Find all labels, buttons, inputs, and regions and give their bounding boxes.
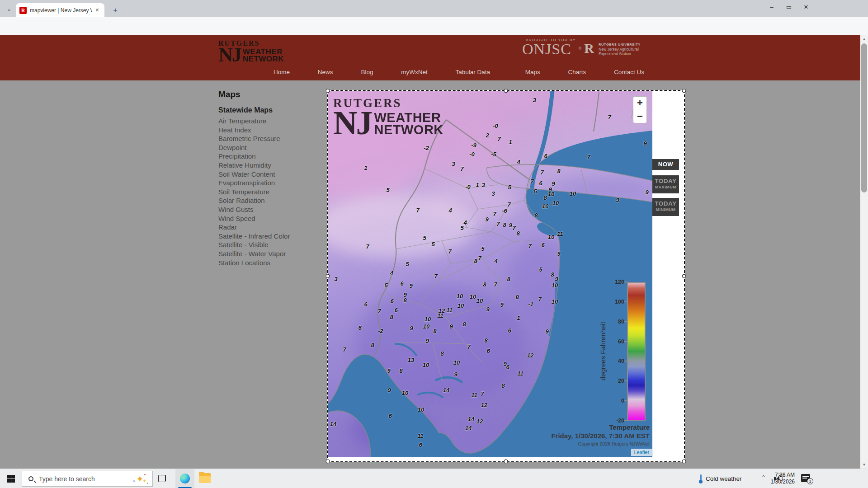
minimize-button[interactable]: – bbox=[763, 0, 780, 15]
new-tab-button[interactable]: + bbox=[110, 5, 121, 16]
watermark-weather: WEATHER bbox=[374, 112, 443, 124]
station-temp-label: 14 bbox=[465, 425, 472, 432]
file-explorer-button[interactable] bbox=[199, 473, 211, 483]
station-temp-label: 7 bbox=[377, 308, 381, 314]
task-view-icon[interactable] bbox=[158, 475, 165, 482]
sidebar-link-heat-index[interactable]: Heat Index bbox=[218, 126, 322, 135]
station-temp-label: 5 bbox=[406, 261, 409, 267]
sidebar-link-wind-gusts[interactable]: Wind Gusts bbox=[218, 205, 322, 214]
station-temp-label: 4 bbox=[517, 159, 520, 165]
station-temp-label: 1 bbox=[476, 182, 479, 188]
scroll-up-icon[interactable]: ▲ bbox=[860, 35, 868, 43]
leaflet-attribution-link[interactable]: Leaflet bbox=[631, 449, 652, 456]
sidebar-link-satellite-water-vapor[interactable]: Satellite - Water Vapor bbox=[218, 249, 322, 258]
resize-handle-bottom-right[interactable] bbox=[682, 460, 686, 464]
nav-item-mywxnet[interactable]: myWxNet bbox=[401, 69, 428, 75]
station-temp-label: 5 bbox=[431, 241, 434, 248]
station-temp-label: 7 bbox=[467, 343, 470, 350]
sidebar-link-soil-temperature[interactable]: Soil Temperature bbox=[218, 188, 322, 197]
zoom-in-button[interactable]: + bbox=[633, 97, 646, 110]
station-temp-label: 4 bbox=[463, 219, 467, 226]
sidebar-link-satellite-infrared-color[interactable]: Satellite - Infrared Color bbox=[218, 232, 322, 241]
resize-handle-bottom-left[interactable] bbox=[326, 460, 330, 464]
sidebar-link-air-temperature[interactable]: Air Temperature bbox=[218, 117, 322, 126]
sidebar-link-radar[interactable]: Radar bbox=[218, 223, 322, 232]
nav-item-news[interactable]: News bbox=[318, 69, 333, 75]
today-maximum-button[interactable]: TODAYMAXIMUM bbox=[652, 175, 679, 193]
resize-handle-top-right[interactable] bbox=[682, 89, 686, 93]
station-temp-label: 8 bbox=[403, 297, 406, 304]
resize-handle-top-left[interactable] bbox=[326, 89, 330, 93]
search-icon bbox=[28, 476, 33, 481]
start-button-icon[interactable] bbox=[7, 475, 15, 483]
sidebar-link-station-locations[interactable]: Station Locations bbox=[218, 258, 322, 267]
nav-item-home[interactable]: Home bbox=[274, 69, 290, 75]
station-temp-label: 6 bbox=[486, 347, 490, 354]
edge-taskbar-button[interactable] bbox=[175, 469, 194, 488]
colorbar-tick-mark bbox=[624, 282, 627, 282]
sidebar-link-relative-humidity[interactable]: Relative Humidity bbox=[218, 161, 322, 170]
station-temp-label: 6 bbox=[541, 242, 544, 249]
tab-close-icon[interactable]: ✕ bbox=[94, 7, 101, 13]
resize-handle-top-mid[interactable] bbox=[504, 89, 508, 93]
now-button[interactable]: NOW bbox=[652, 159, 679, 170]
windows-taskbar: Type here to search ✦✦ Cold weather ⌃ 7:… bbox=[0, 469, 868, 488]
colorbar-tick-mark bbox=[624, 380, 627, 381]
station-temp-label: 1 bbox=[509, 139, 512, 145]
nav-item-contact-us[interactable]: Contact Us bbox=[614, 69, 644, 75]
page-scrollbar[interactable]: ▲ ▼ bbox=[860, 35, 868, 469]
sidebar-link-solar-radiation[interactable]: Solar Radiation bbox=[218, 196, 322, 205]
station-temp-label: 7 bbox=[481, 390, 484, 397]
station-temp-label: 8 bbox=[551, 271, 554, 278]
maximize-button[interactable]: ▭ bbox=[780, 0, 797, 15]
scrollbar-thumb[interactable] bbox=[861, 43, 867, 192]
sidebar-link-evapotranspiration[interactable]: Evapotranspiration bbox=[218, 178, 322, 188]
station-temp-label: 8 bbox=[543, 194, 547, 201]
nav-item-blog[interactable]: Blog bbox=[361, 69, 373, 75]
zoom-out-button[interactable]: − bbox=[633, 110, 646, 123]
station-temp-label: -2 bbox=[378, 328, 383, 334]
dropdown-caret-icon: ▼ bbox=[493, 70, 497, 75]
station-temp-label: 4 bbox=[494, 258, 497, 264]
station-temp-label: 6 bbox=[394, 307, 397, 314]
onjsc-sponsor-block[interactable]: BROUGHT TO YOU BY ONJSC ® R RUTGERS UNIV… bbox=[522, 38, 641, 56]
nav-item-tabular-data[interactable]: Tabular Data▼ bbox=[456, 69, 497, 75]
leaflet-map[interactable]: -22-9-0371-0135744595577587537-071-54679… bbox=[328, 91, 652, 457]
sidebar-link-soil-water-content[interactable]: Soil Water Content bbox=[218, 170, 322, 179]
station-temp-label: 6 bbox=[388, 413, 392, 419]
station-temp-label: 13 bbox=[408, 357, 414, 363]
resize-handle-mid-left[interactable] bbox=[326, 274, 330, 278]
njwxnet-logo[interactable]: RUTGERS NJ WEATHER NETWORK bbox=[218, 39, 284, 63]
colorbar-tick-label: 120 bbox=[599, 279, 624, 285]
scroll-down-icon[interactable]: ▼ bbox=[860, 461, 868, 469]
rutgers-r-logo: R bbox=[584, 42, 594, 55]
station-temp-label: -1 bbox=[528, 301, 533, 308]
window-controls: – ▭ ✕ bbox=[763, 0, 815, 15]
taskbar-search-box[interactable]: Type here to search ✦✦ bbox=[22, 471, 153, 487]
today-minimum-button[interactable]: TODAYMINIMUM bbox=[652, 198, 679, 216]
taskbar-clock[interactable]: 7:36 AM 1/30/2026 bbox=[763, 472, 795, 485]
close-button[interactable]: ✕ bbox=[797, 0, 815, 15]
nav-item-charts[interactable]: Charts bbox=[568, 69, 586, 75]
station-temp-label: 5 bbox=[508, 184, 511, 191]
sidebar-title: Maps bbox=[218, 89, 322, 99]
taskbar-weather-widget[interactable]: Cold weather bbox=[698, 469, 742, 488]
sidebar-link-dewpoint[interactable]: Dewpoint bbox=[218, 143, 322, 152]
resize-handle-mid-right[interactable] bbox=[682, 274, 686, 278]
sidebar-link-precipitation[interactable]: Precipitation bbox=[218, 152, 322, 161]
station-temp-label: 7 bbox=[494, 281, 497, 288]
map-selection-container: -22-9-0371-0135744595577587537-071-54679… bbox=[327, 90, 685, 462]
tab-search-chevron-icon[interactable]: ⌄ bbox=[4, 4, 14, 14]
station-temp-label: -2 bbox=[424, 145, 429, 151]
browser-tab[interactable]: R mapviewer | New Jersey Weather a ✕ bbox=[16, 3, 104, 17]
station-temp-label: 6 bbox=[508, 327, 511, 334]
sidebar-link-barometric-pressure[interactable]: Barometric Pressure bbox=[218, 134, 322, 143]
sidebar-link-satellite-visible[interactable]: Satellite - Visible bbox=[218, 240, 322, 249]
station-temp-label: 1 bbox=[517, 314, 520, 321]
resize-handle-bottom-mid[interactable] bbox=[504, 460, 508, 464]
sidebar-link-wind-speed[interactable]: Wind Speed bbox=[218, 214, 322, 223]
nav-item-maps[interactable]: Maps bbox=[525, 69, 540, 75]
station-temp-label: 10 bbox=[458, 302, 464, 309]
station-temp-label: 5 bbox=[460, 225, 463, 231]
copilot-sparkle-icon[interactable]: ✦✦ bbox=[133, 473, 149, 485]
